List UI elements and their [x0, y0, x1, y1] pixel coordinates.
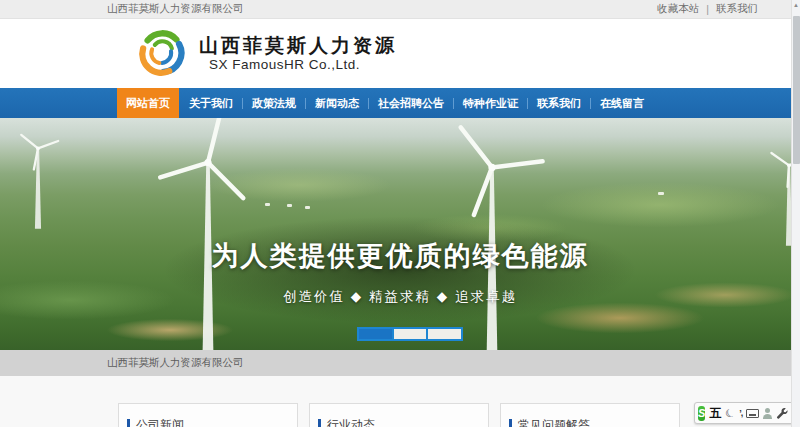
section-faq: 常见问题解答 [500, 403, 680, 427]
link-bookmark-site[interactable]: 收藏本站 [657, 2, 699, 16]
topbar-separator: | [706, 3, 709, 15]
site-titles: 山西菲莫斯人力资源 SX FamousHR Co.,Ltd. [189, 35, 397, 72]
ime-toolbar: S 五 ☾ ’, ▾ [694, 402, 798, 424]
site-title-chinese: 山西菲莫斯人力资源 [199, 35, 397, 57]
swirl-logo-icon [135, 26, 189, 80]
band-company-name: 山西菲莫斯人力资源有限公司 [107, 356, 244, 370]
night-mode-icon[interactable]: ☾ [722, 403, 739, 423]
section-title: 公司新闻 [136, 417, 184, 427]
carousel-indicator [357, 327, 463, 341]
hero-tagline: 创造价值 ◆ 精益求精 ◆ 追求卓越 [0, 288, 800, 306]
site-header: 山西菲莫斯人力资源 SX FamousHR Co.,Ltd. [0, 19, 800, 88]
account-person-icon[interactable] [763, 404, 772, 422]
nav-item-recruitment[interactable]: 社会招聘公告 [368, 88, 453, 118]
landscape-building [305, 206, 310, 209]
sogou-logo-icon[interactable]: S [698, 406, 705, 421]
section-accent-bar [127, 419, 130, 427]
wind-turbine-icon [148, 118, 268, 350]
nav-item-message[interactable]: 在线留言 [590, 88, 653, 118]
wrench-settings-icon[interactable] [776, 404, 788, 422]
punctuation-mode-icon[interactable]: ’, [739, 404, 742, 422]
company-logo[interactable] [135, 26, 189, 84]
scrollbar-up-arrow-icon[interactable]: ▲ [792, 2, 800, 8]
landscape-building [287, 204, 292, 207]
section-industry-trends: 行业动态 [309, 403, 489, 427]
section-title: 行业动态 [327, 417, 375, 427]
lower-content: 公司新闻 行业动态 常见问题解答 [0, 376, 800, 427]
top-bar: 山西菲莫斯人力资源有限公司 收藏本站 | 联系我们 [0, 0, 800, 19]
site-title-english: SX FamousHR Co.,Ltd. [199, 57, 397, 72]
main-nav: 网站首页 关于我们 政策法规 新闻动态 社会招聘公告 特种作业证 联系我们 在线… [0, 88, 800, 118]
page-root: 山西菲莫斯人力资源有限公司 收藏本站 | 联系我们 [0, 0, 800, 427]
ime-wubi-mode-button[interactable]: 五 [709, 404, 721, 422]
scrollbar-thumb[interactable] [793, 16, 800, 164]
wind-turbine-icon [432, 122, 552, 350]
section-accent-bar [318, 419, 321, 427]
nav-item-home[interactable]: 网站首页 [117, 88, 179, 118]
section-company-news: 公司新闻 [118, 403, 298, 427]
hero-banner: 为人类提供更优质的绿色能源 创造价值 ◆ 精益求精 ◆ 追求卓越 [0, 118, 800, 350]
landscape-building [658, 192, 664, 195]
hero-headline: 为人类提供更优质的绿色能源 [0, 238, 800, 274]
wind-turbine-icon [15, 129, 61, 229]
company-band: 山西菲莫斯人力资源有限公司 [0, 350, 800, 376]
virtual-keyboard-icon[interactable] [746, 404, 759, 422]
section-title: 常见问题解答 [518, 417, 590, 427]
nav-item-contact[interactable]: 联系我们 [527, 88, 590, 118]
nav-item-special-certificate[interactable]: 特种作业证 [453, 88, 527, 118]
link-contact-us[interactable]: 联系我们 [716, 2, 758, 16]
nav-item-policies[interactable]: 政策法规 [242, 88, 305, 118]
nav-item-about[interactable]: 关于我们 [179, 88, 242, 118]
landscape-building [265, 203, 270, 206]
carousel-segment-3[interactable] [428, 329, 461, 339]
topbar-company-name: 山西菲莫斯人力资源有限公司 [107, 2, 244, 16]
carousel-segment-2[interactable] [394, 329, 427, 339]
topbar-links: 收藏本站 | 联系我们 [657, 2, 758, 16]
nav-item-news[interactable]: 新闻动态 [305, 88, 368, 118]
vertical-scrollbar[interactable]: ▲ [791, 0, 800, 427]
section-accent-bar [509, 419, 512, 427]
carousel-segment-1[interactable] [359, 329, 392, 339]
